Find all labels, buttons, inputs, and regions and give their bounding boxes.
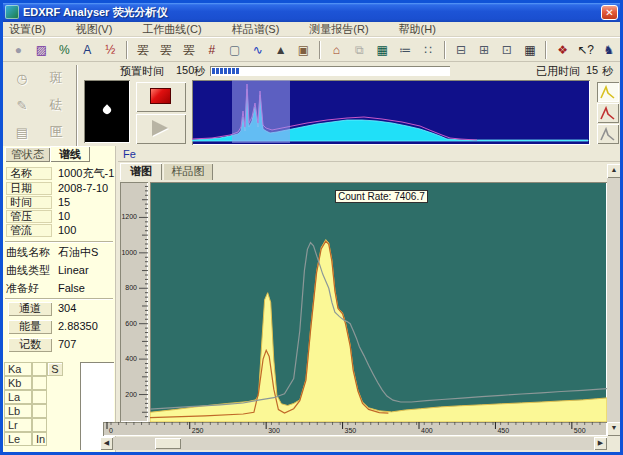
overview-spectrum[interactable] [192,80,590,145]
field-date: 日期2008-7-10 [3,182,115,196]
field-tube-current-label: 管流 [6,224,52,237]
field-name: 名称1000充气-1 [3,167,115,181]
help-book-icon: ❖ [557,44,568,56]
print-button[interactable]: ⊟ [451,39,472,60]
stop-button[interactable] [136,82,186,112]
start-button[interactable] [136,114,186,144]
menu-settings[interactable]: 设置(B) [9,22,46,37]
scale-linear-button[interactable] [597,82,619,102]
sphere-button[interactable]: ● [8,39,29,60]
spectrum-plot[interactable] [150,182,607,422]
note-button[interactable]: ▤ [8,120,36,144]
field-curve-name-value: 石油中S [58,246,98,259]
calibration-grid-button[interactable]: # [201,39,222,60]
curve-chart-icon: ∿ [253,44,263,56]
print-setup-icon: ⊞ [479,44,489,56]
clock-button[interactable]: ◷ [8,66,36,90]
tray-char-button[interactable]: 匣 [42,120,70,144]
v-scrollbar-track[interactable] [607,178,621,422]
spot-char-button[interactable]: 斑 [42,66,70,90]
tag-button[interactable]: ▣ [293,39,314,60]
calculator-green-button[interactable]: ▦ [372,39,393,60]
region-select-button[interactable]: ▢ [224,39,245,60]
print-preview-button[interactable]: ⊡ [496,39,517,60]
menu-view[interactable]: 视图(V) [76,22,113,37]
field-channel: 通道304 [3,302,115,316]
tab-sample-chart[interactable]: 样品图 [163,163,213,180]
tab-spectrum-chart[interactable]: 谱图 [120,163,162,180]
field-ready-label: 准备好 [6,282,39,295]
line-row-kb: Kb [4,376,32,390]
field-curve-name-label: 曲线名称 [6,246,50,259]
curve-chart-button[interactable]: ∿ [247,39,268,60]
menu-measure-report[interactable]: 测量报告(R) [309,22,368,37]
device-button-group: ◷斑✎砝▤匣 [5,63,75,147]
list-ordered-button[interactable]: ≔ [395,39,416,60]
field-tube-voltage-label: 管压 [6,210,52,223]
title-bar[interactable]: EDXRF Analyser 荧光分析仪 [3,3,620,22]
line-row-lb: Lb [4,404,32,418]
progress-segment [220,68,223,74]
weight-char-button[interactable]: 砝 [42,93,70,117]
elapsed-time-value: 15 [586,64,598,76]
curve-table-new-icon: 罢 [137,44,149,56]
svg-text:350: 350 [345,427,357,434]
print-icon: ⊟ [456,44,466,56]
app-window: EDXRF Analyser 荧光分析仪 ✕ 设置(B)视图(V)工作曲线(C)… [0,0,623,455]
toolbar-separator [126,41,128,59]
peak-search-button[interactable]: ▲ [270,39,291,60]
scale-log-button[interactable] [597,103,619,123]
curve-table-open-button[interactable]: 罢 [156,39,177,60]
print-setup-button[interactable]: ⊞ [474,39,495,60]
v-scroll-down-button[interactable]: ▼ [607,422,621,436]
home-button[interactable]: ⌂ [326,39,347,60]
percent-scale-button[interactable]: % [54,39,75,60]
field-curve-type-label: 曲线类型 [6,264,50,277]
elapsed-time-label: 已用时间 [536,64,580,79]
spectrum-display-button[interactable]: ▨ [31,39,52,60]
tab-spectral-line[interactable]: 谱线 [50,146,90,162]
svg-text:1000: 1000 [121,249,137,256]
edit-button[interactable]: ✎ [8,93,36,117]
up-arrow-icon: ▲ [611,166,618,173]
yellow-peak-icon [600,85,616,99]
progress-segment [236,68,239,74]
calculator-button[interactable]: ▦ [519,39,540,60]
menu-work-curve[interactable]: 工作曲线(C) [142,22,201,37]
progress-segment [232,68,235,74]
help-book-button[interactable]: ❖ [552,39,573,60]
field-energy: 能量2.88350 [3,320,115,334]
scale-auto-button[interactable] [597,124,619,144]
measure-progress-bar [210,66,450,76]
context-help-button[interactable]: ↖? [575,39,596,60]
field-counts: 记数707 [3,338,115,352]
h-scrollbar-track[interactable] [113,437,594,450]
curve-table-new-button[interactable]: 罢 [133,39,154,60]
line-row-extra [32,418,47,432]
element-label: Fe [123,148,136,160]
svg-text:200: 200 [125,391,137,398]
h-scroll-right-button[interactable]: ▶ [594,437,607,450]
sample-flask-button[interactable]: ♞ [598,39,619,60]
h-scroll-left-button[interactable]: ◀ [100,437,113,450]
app-icon [5,5,19,19]
field-name-value: 1000充气-1 [58,167,114,180]
font-scale-button[interactable]: A [77,39,98,60]
right-arrow-icon: ▶ [598,439,603,446]
progress-segment [216,68,219,74]
print-preview-icon: ⊡ [502,44,512,56]
calculator-icon: ▦ [524,44,535,56]
curve-table-save-button[interactable]: 罢 [178,39,199,60]
tab-tube-status[interactable]: 管状态 [5,147,50,162]
list-dotted-button[interactable]: ∷ [418,39,439,60]
menu-sample-spectrum[interactable]: 样品谱(S) [232,22,280,37]
menu-help[interactable]: 帮助(H) [399,22,436,37]
copy-button[interactable]: ⧉ [349,39,370,60]
field-energy-label: 能量 [8,320,52,334]
half-scale-button[interactable]: ½ [100,39,121,60]
h-scroll-thumb[interactable] [155,438,181,449]
close-button[interactable]: ✕ [601,5,618,20]
field-tube-voltage-value: 10 [58,210,70,223]
left-arrow-icon: ◀ [104,439,109,446]
v-scroll-up-button[interactable]: ▲ [607,164,621,178]
